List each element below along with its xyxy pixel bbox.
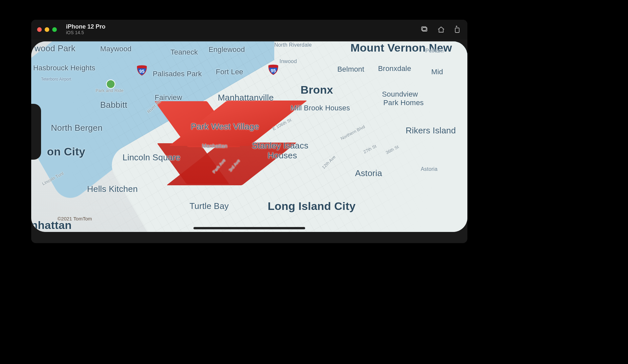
park-and-ride-icon[interactable] [106,80,115,89]
minimize-icon[interactable] [45,27,49,32]
map-label: Turtle Bay [190,201,229,211]
map-label: Hells Kitchen [87,184,138,194]
map-label: Manhattanville [218,93,274,103]
close-icon[interactable] [37,27,42,32]
map-label: Stanley Isaacs [252,141,308,151]
map-label: Maywood [100,45,132,53]
map-label: Park Homes [383,99,424,107]
map-label: Park West Village [191,122,259,132]
map-label: North Bergen [51,123,102,133]
titlebar: iPhone 12 Pro iOS 14.5 [31,20,467,39]
simulator-window: iPhone 12 Pro iOS 14.5 [31,20,467,243]
interstate-shield: 95 [136,65,147,76]
map-label: Palisades Park [153,70,202,78]
map-label: Englewood [209,45,245,54]
map-label: North Riverdale [274,42,312,48]
park-and-ride-label: Park and Ride [96,88,123,93]
home-indicator[interactable] [193,227,305,229]
map-label: Teaneck [170,48,198,57]
map-label: Mill Brook Houses [291,104,350,112]
zoom-icon[interactable] [52,27,57,32]
window-controls[interactable] [37,27,57,32]
map-label: Manhattan [202,143,227,149]
teterboro-label: Teterboro Airport [41,77,71,81]
rotate-icon[interactable] [454,26,461,34]
interstate-shield: 95 [268,64,279,75]
screenshot-icon[interactable] [421,26,429,34]
map-label: Hasbrouck Heights [33,64,95,72]
os-version: iOS 14.5 [66,30,105,35]
title: iPhone 12 Pro iOS 14.5 [66,24,105,35]
device-screen: 9595 Park and Ride Teterboro Airport woo… [31,41,467,232]
map-attribution: ©2021 TomTom [57,216,92,221]
map-label: Babbitt [100,100,127,110]
map-label: Astoria [421,166,437,172]
map-label: Inwood [280,58,297,64]
map-label: on City [47,145,85,158]
map-label: Houses [268,150,297,161]
map-label: wood Park [34,43,76,54]
map-canvas[interactable]: 9595 Park and Ride Teterboro Airport woo… [31,41,467,232]
map-label: Fort Lee [216,68,243,76]
map-label: Lincoln Square [123,152,180,163]
device-notch [31,104,41,160]
map-label: Bronxdale [378,64,411,73]
map-label: Belmont [337,65,364,74]
home-icon[interactable] [437,26,445,34]
map-label: Pelham [425,48,443,54]
map-label: Long Island City [268,200,356,213]
svg-rect-2 [455,28,459,33]
map-label: Bronx [301,83,333,96]
map-label: Astoria [355,168,382,178]
map-label: Soundview [382,90,418,99]
map-label: Rikers Island [406,125,456,136]
device-name: iPhone 12 Pro [66,24,105,30]
map-label: Mid [431,68,443,76]
